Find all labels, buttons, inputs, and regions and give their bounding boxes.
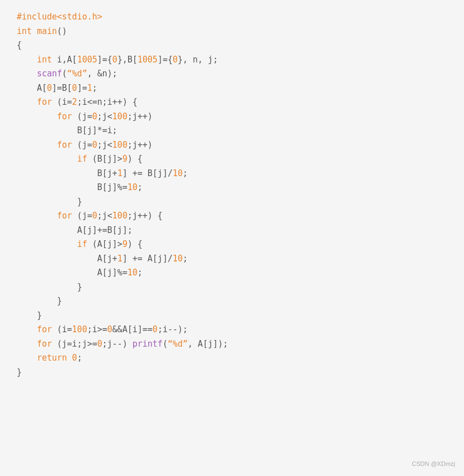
code-token: “%d” xyxy=(67,69,87,79)
code-token: 0 xyxy=(97,339,102,349)
code-token: int xyxy=(17,26,32,36)
code-token: for xyxy=(37,339,52,349)
code-token: 1 xyxy=(118,254,123,264)
code-token: () xyxy=(57,26,67,36)
code-token: ;j< xyxy=(97,111,113,122)
code-token: 1 xyxy=(118,168,123,178)
code-line: #include<stdio.h> xyxy=(17,10,447,25)
code-token: 9 xyxy=(123,239,128,249)
code-line: B[j]*=i; xyxy=(17,124,447,138)
watermark: CSDN @XDmzj xyxy=(412,459,455,469)
code-token: ; xyxy=(183,168,188,178)
code-token: 100 xyxy=(113,111,128,122)
code-token: } xyxy=(57,296,62,306)
code-token: (j= xyxy=(72,211,92,221)
code-line: } xyxy=(17,309,447,323)
code-token: 0 xyxy=(47,83,52,93)
code-token: ( xyxy=(163,339,168,349)
code-token: ]=B[ xyxy=(52,83,72,93)
code-line: } xyxy=(17,195,447,210)
code-token: (i= xyxy=(52,324,72,334)
code-token: (A[j]> xyxy=(87,239,122,249)
code-token: i,A[ xyxy=(52,55,77,65)
code-line: for (j=0;j<100;j++) { xyxy=(17,209,447,224)
code-block: #include<stdio.h>int main(){ int i,A[100… xyxy=(17,10,447,380)
code-token: 100 xyxy=(113,211,128,221)
code-token: ;i<=n;i++) { xyxy=(77,97,137,107)
code-token: if xyxy=(77,239,87,249)
code-token: ]={ xyxy=(97,55,113,65)
code-token: B[j]%= xyxy=(97,182,128,192)
code-token: for xyxy=(57,211,72,221)
code-token: ; xyxy=(138,182,143,192)
code-token: ) { xyxy=(128,154,143,164)
code-token: A[j]+=B[j]; xyxy=(77,225,132,235)
code-token: (j= xyxy=(72,140,92,150)
code-line: } xyxy=(17,280,447,295)
code-token: } xyxy=(77,197,82,207)
code-token: for xyxy=(37,97,52,107)
code-line: B[j+1] += B[j]/10; xyxy=(17,167,447,181)
code-line: int main() xyxy=(17,25,447,39)
code-line: A[j]%=10; xyxy=(17,266,447,280)
code-token: (i= xyxy=(52,97,72,107)
code-line: for (i=2;i<=n;i++) { xyxy=(17,95,447,110)
code-token: ;j< xyxy=(97,140,113,150)
code-line: scanf(“%d”, &n); xyxy=(17,67,447,81)
code-token: ;j--) xyxy=(102,339,133,349)
code-line: for (i=100;i>=0&&A[i]==0;i--); xyxy=(17,323,447,337)
code-token xyxy=(67,353,72,363)
code-line: return 0; xyxy=(17,351,447,366)
code-token: A[ xyxy=(37,83,47,93)
code-line: } xyxy=(17,366,447,380)
code-token: (j= xyxy=(72,111,92,122)
code-line: } xyxy=(17,294,447,309)
code-token: 0 xyxy=(173,55,178,65)
code-token: 100 xyxy=(113,140,128,150)
code-line: for (j=0;j<100;j++) xyxy=(17,110,447,124)
code-token: printf xyxy=(133,339,163,349)
code-line: if (A[j]>9) { xyxy=(17,237,447,252)
code-token: ]={ xyxy=(158,55,173,65)
code-token: ] += A[j]/ xyxy=(123,254,173,264)
code-token: ;i--); xyxy=(158,324,188,334)
code-token: A[j+ xyxy=(97,254,118,264)
code-line: A[j]+=B[j]; xyxy=(17,224,447,238)
code-token: 100 xyxy=(72,324,87,334)
code-token: (j=i;j>= xyxy=(52,339,97,349)
code-token: 0 xyxy=(113,55,118,65)
code-token: main xyxy=(37,26,57,36)
code-token: “%d” xyxy=(168,339,188,349)
code-token: if xyxy=(77,154,87,164)
code-line: for (j=i;j>=0;j--) printf(“%d”, A[j]); xyxy=(17,337,447,352)
code-token: &&A[i]== xyxy=(113,324,153,334)
code-token: ) { xyxy=(128,239,143,249)
code-token: } xyxy=(77,282,82,292)
code-token: 1005 xyxy=(77,55,97,65)
code-token: A[j]%= xyxy=(97,268,128,278)
code-token: ;j< xyxy=(97,211,113,221)
code-token: for xyxy=(37,324,52,334)
code-token: int xyxy=(37,55,52,65)
code-token: scanf xyxy=(37,69,62,79)
code-token: 0 xyxy=(153,324,158,334)
code-token: ] += B[j]/ xyxy=(123,168,173,178)
code-token xyxy=(32,26,37,36)
code-container: #include<stdio.h>int main(){ int i,A[100… xyxy=(0,0,464,476)
code-token: for xyxy=(57,140,72,150)
code-token: } xyxy=(37,310,42,320)
code-line: B[j]%=10; xyxy=(17,181,447,195)
code-token: ;j++) { xyxy=(128,211,163,221)
code-token: ;i>= xyxy=(87,324,107,334)
code-line: { xyxy=(17,38,447,53)
code-token: ; xyxy=(183,254,188,264)
code-token: , A[j]); xyxy=(188,339,228,349)
code-token: ;j++) xyxy=(128,140,153,150)
code-token: 10 xyxy=(128,182,138,192)
code-token: 10 xyxy=(173,168,183,178)
code-token: 10 xyxy=(173,254,183,264)
code-token: 9 xyxy=(123,154,128,164)
code-token: }, n, j; xyxy=(178,55,218,65)
code-token: #include<stdio.h> xyxy=(17,12,102,22)
code-token: B[j+ xyxy=(97,168,118,178)
